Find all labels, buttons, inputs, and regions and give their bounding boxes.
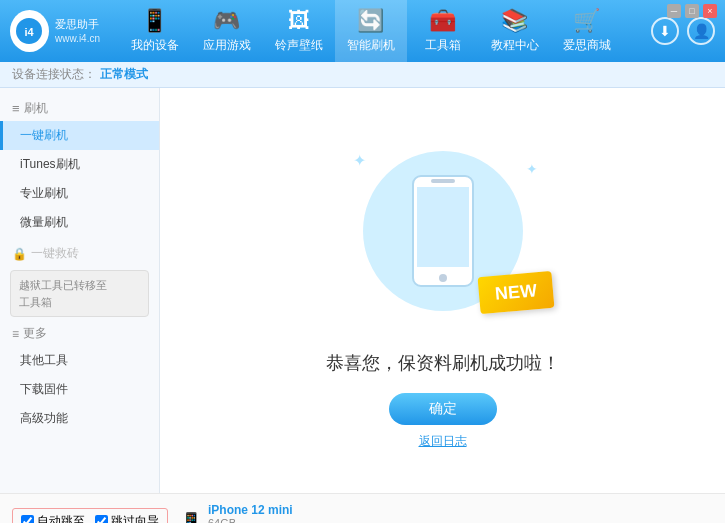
phone-svg — [403, 171, 483, 291]
sidebar-download-fw[interactable]: 下载固件 — [0, 375, 159, 404]
sidebar-other-tools[interactable]: 其他工具 — [0, 346, 159, 375]
sidebar: ≡ 刷机 一键刷机 iTunes刷机 专业刷机 微量刷机 🔒 一键救砖 越狱工具… — [0, 88, 160, 493]
nav-apps-games-label: 应用游戏 — [203, 37, 251, 54]
flash-section-header: ≡ 刷机 — [0, 96, 159, 121]
rescue-note: 越狱工具已转移至工具箱 — [10, 270, 149, 317]
toolbox-icon: 🧰 — [429, 8, 456, 34]
device-bottom-row: 自动跳至 跳过向导 📱 iPhone 12 mini 64GB Down-12m… — [0, 493, 725, 523]
more-section-label: 更多 — [23, 325, 47, 342]
minimize-button[interactable]: ─ — [667, 4, 681, 18]
window-controls: ─ □ × — [667, 4, 717, 18]
user-button[interactable]: 👤 — [687, 17, 715, 45]
nav-items: 📱 我的设备 🎮 应用游戏 🖼 铃声壁纸 🔄 智能刷机 🧰 工具箱 📚 教程中心… — [100, 0, 641, 62]
sidebar-micro-flash[interactable]: 微量刷机 — [0, 208, 159, 237]
download-button[interactable]: ⬇ — [651, 17, 679, 45]
nav-right: ⬇ 👤 — [651, 17, 715, 45]
rescue-note-text: 越狱工具已转移至工具箱 — [19, 279, 107, 308]
checkbox-area: 自动跳至 跳过向导 — [12, 508, 168, 523]
wallpaper-icon: 🖼 — [288, 8, 310, 34]
confirm-button[interactable]: 确定 — [389, 393, 497, 425]
more-section-header: ≡ 更多 — [0, 321, 159, 346]
nav-my-device-label: 我的设备 — [131, 37, 179, 54]
svg-rect-4 — [431, 179, 455, 183]
micro-flash-label: 微量刷机 — [20, 215, 68, 229]
download-fw-label: 下载固件 — [20, 382, 68, 396]
rescue-icon: 🔒 — [12, 247, 27, 261]
store-icon: 🛒 — [573, 8, 600, 34]
topbar: ─ □ × i4 爱思助手 www.i4.cn 📱 我的设备 🎮 应用游戏 🖼 … — [0, 0, 725, 62]
sidebar-pro-flash[interactable]: 专业刷机 — [0, 179, 159, 208]
itunes-flash-label: iTunes刷机 — [20, 157, 80, 171]
device-phone-icon: 📱 — [180, 511, 202, 524]
sparkle-right: ✦ — [526, 161, 538, 177]
nav-smart-flash-label: 智能刷机 — [347, 37, 395, 54]
svg-point-5 — [439, 274, 447, 282]
sidebar-advanced[interactable]: 高级功能 — [0, 404, 159, 433]
nav-toolbox-label: 工具箱 — [425, 37, 461, 54]
nav-apps-games[interactable]: 🎮 应用游戏 — [191, 0, 263, 62]
nav-tutorials-label: 教程中心 — [491, 37, 539, 54]
sparkle-left: ✦ — [353, 151, 366, 170]
device-info-area: 📱 iPhone 12 mini 64GB Down-12mini-13.1 — [180, 503, 297, 524]
tutorials-icon: 📚 — [501, 8, 528, 34]
nav-wallpaper[interactable]: 🖼 铃声壁纸 — [263, 0, 335, 62]
nav-wallpaper-label: 铃声壁纸 — [275, 37, 323, 54]
device-capacity: 64GB — [208, 517, 297, 524]
success-text: 恭喜您，保资料刷机成功啦！ — [326, 351, 560, 375]
app-subtitle: www.i4.cn — [55, 32, 100, 45]
nav-my-device[interactable]: 📱 我的设备 — [119, 0, 191, 62]
success-illustration: ✦ ✦ NEW — [343, 131, 543, 331]
advanced-label: 高级功能 — [20, 411, 68, 425]
content-area: ✦ ✦ NEW 恭喜您，保资料刷机成功啦！ 确定 返回日志 — [160, 88, 725, 493]
sidebar-one-key-flash[interactable]: 一键刷机 — [0, 121, 159, 150]
device-name: iPhone 12 mini — [208, 503, 297, 517]
auto-jump-checkbox[interactable]: 自动跳至 — [21, 513, 85, 523]
pro-flash-label: 专业刷机 — [20, 186, 68, 200]
other-tools-label: 其他工具 — [20, 353, 68, 367]
flash-section-label: 刷机 — [24, 100, 48, 117]
sidebar-itunes-flash[interactable]: iTunes刷机 — [0, 150, 159, 179]
logo-area: i4 爱思助手 www.i4.cn — [10, 10, 100, 52]
more-section-icon: ≡ — [12, 327, 19, 341]
smart-flash-icon: 🔄 — [357, 8, 384, 34]
nav-toolbox[interactable]: 🧰 工具箱 — [407, 0, 479, 62]
device-details: iPhone 12 mini 64GB Down-12mini-13.1 — [208, 503, 297, 524]
back-to-log-link[interactable]: 返回日志 — [419, 433, 467, 450]
svg-text:i4: i4 — [25, 26, 35, 38]
auto-jump-label: 自动跳至 — [37, 513, 85, 523]
auto-jump-input[interactable] — [21, 515, 34, 523]
statusbar-label: 设备连接状态： — [12, 66, 96, 83]
main-layout: ≡ 刷机 一键刷机 iTunes刷机 专业刷机 微量刷机 🔒 一键救砖 越狱工具… — [0, 88, 725, 493]
nav-tutorials[interactable]: 📚 教程中心 — [479, 0, 551, 62]
nav-smart-flash[interactable]: 🔄 智能刷机 — [335, 0, 407, 62]
app-title: 爱思助手 — [55, 17, 100, 31]
svg-rect-3 — [417, 187, 469, 267]
my-device-icon: 📱 — [141, 8, 168, 34]
skip-wizard-input[interactable] — [95, 515, 108, 523]
rescue-label: 一键救砖 — [31, 245, 79, 262]
nav-store-label: 爱思商城 — [563, 37, 611, 54]
statusbar-value: 正常模式 — [100, 66, 148, 83]
logo-icon: i4 — [10, 10, 49, 52]
statusbar: 设备连接状态： 正常模式 — [0, 62, 725, 88]
maximize-button[interactable]: □ — [685, 4, 699, 18]
nav-store[interactable]: 🛒 爱思商城 — [551, 0, 623, 62]
skip-wizard-checkbox[interactable]: 跳过向导 — [95, 513, 159, 523]
skip-wizard-label: 跳过向导 — [111, 513, 159, 523]
apps-games-icon: 🎮 — [213, 8, 240, 34]
one-key-flash-label: 一键刷机 — [20, 128, 68, 142]
close-button[interactable]: × — [703, 4, 717, 18]
flash-section-icon: ≡ — [12, 101, 20, 116]
rescue-section-header: 🔒 一键救砖 — [0, 241, 159, 266]
new-badge: NEW — [477, 271, 554, 314]
